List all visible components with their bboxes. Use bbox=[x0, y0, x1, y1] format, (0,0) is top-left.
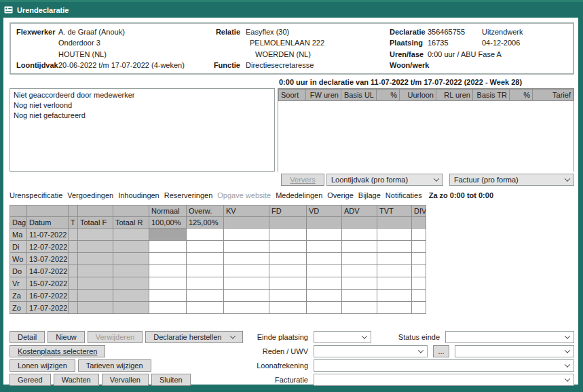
grid-cell[interactable] bbox=[224, 265, 269, 277]
grid-cell[interactable] bbox=[224, 253, 269, 265]
grid-cell[interactable] bbox=[342, 253, 377, 265]
declaratie-number: 356465755 bbox=[428, 26, 482, 37]
grid-cell[interactable] bbox=[269, 290, 307, 302]
kostenplaats-selecteren-button[interactable]: Kostenplaats selecteren bbox=[10, 345, 105, 357]
grid-cell[interactable] bbox=[307, 229, 342, 241]
tab-reserveringen[interactable]: Reserveringen bbox=[164, 191, 213, 199]
grid-cell[interactable] bbox=[224, 241, 269, 253]
grid-cell[interactable] bbox=[224, 277, 269, 290]
grid-cell[interactable] bbox=[307, 253, 342, 265]
grid-cell[interactable] bbox=[269, 265, 307, 277]
grid-cell[interactable] bbox=[377, 241, 412, 253]
titlebar[interactable]: Urendeclaratie bbox=[4, 3, 69, 17]
grid-cell[interactable] bbox=[307, 290, 342, 302]
grid-cell[interactable] bbox=[342, 302, 377, 314]
grid-cell[interactable] bbox=[412, 265, 426, 277]
grid-cell[interactable] bbox=[307, 241, 342, 253]
reden-uwv-more-button[interactable]: ... bbox=[433, 345, 449, 357]
grid-cell[interactable] bbox=[224, 229, 269, 241]
declaratie-herstellen-button[interactable]: Declaratie herstellen bbox=[145, 331, 243, 343]
status-einde-dropdown[interactable] bbox=[445, 331, 574, 343]
grid-cell[interactable] bbox=[149, 302, 187, 314]
grid-cell[interactable] bbox=[269, 277, 307, 290]
grid-cell[interactable] bbox=[342, 290, 377, 302]
day-label: Vr bbox=[10, 277, 27, 290]
grid-cell[interactable] bbox=[412, 241, 426, 253]
grid-cell[interactable] bbox=[412, 253, 426, 265]
sluiten-button[interactable]: Sluiten bbox=[151, 374, 191, 386]
plaatsing-label: Plaatsing bbox=[390, 37, 428, 48]
grid-cell[interactable] bbox=[187, 265, 224, 277]
grid-cell[interactable] bbox=[342, 241, 377, 253]
grid-cell[interactable] bbox=[149, 241, 187, 253]
relatie-info: Relatie Easyflex (30) PELMOLENLAAN 222 W… bbox=[213, 26, 390, 71]
grid-cell[interactable] bbox=[187, 290, 224, 302]
tab-mededelingen[interactable]: Mededelingen bbox=[276, 191, 322, 199]
grid-cell[interactable] bbox=[412, 229, 426, 241]
grid-cell[interactable] bbox=[224, 302, 269, 314]
cell-ma-normaal-selected[interactable] bbox=[149, 229, 187, 241]
facturatie-dropdown[interactable] bbox=[314, 374, 574, 386]
grid-cell[interactable] bbox=[187, 241, 224, 253]
grid-cell[interactable] bbox=[187, 302, 224, 314]
einde-plaatsing-dropdown[interactable] bbox=[314, 331, 371, 343]
grid-cell[interactable] bbox=[224, 290, 269, 302]
grid-cell[interactable] bbox=[377, 253, 412, 265]
tab-vergoedingen[interactable]: Vergoedingen bbox=[67, 191, 113, 199]
grid-cell[interactable] bbox=[307, 277, 342, 290]
grid-cell[interactable] bbox=[269, 302, 307, 314]
loonafrekening-dropdown[interactable] bbox=[314, 359, 574, 372]
factuur-proforma-dropdown[interactable]: Factuur (pro forma) bbox=[449, 174, 574, 186]
grid-cell[interactable] bbox=[307, 302, 342, 314]
tab-inhoudingen[interactable]: Inhoudingen bbox=[118, 191, 159, 199]
tab-overige[interactable]: Overige bbox=[327, 191, 354, 199]
decl-col-basis-ul: Basis UL bbox=[341, 90, 377, 101]
tarieven-wijzigen-button[interactable]: Tarieven wijzigen bbox=[78, 359, 151, 372]
grid-cell[interactable] bbox=[412, 290, 426, 302]
grid-cell[interactable] bbox=[187, 253, 224, 265]
declaration-actions: Ververs Loontijdvak (pro forma) Factuur … bbox=[278, 174, 574, 186]
grid-cell[interactable] bbox=[342, 229, 377, 241]
grid-cell[interactable] bbox=[377, 302, 412, 314]
grid-cell[interactable] bbox=[377, 265, 412, 277]
status-line: Nog niet gefactureerd bbox=[14, 111, 271, 121]
grid-cell[interactable] bbox=[342, 277, 377, 290]
grid-cell[interactable] bbox=[269, 253, 307, 265]
grid-cell[interactable] bbox=[187, 277, 224, 290]
urenspecificatie-grid: Normaal Overw. KV FD VD ADV TVT DIV Dag … bbox=[10, 205, 426, 314]
nieuw-button[interactable]: Nieuw bbox=[48, 331, 85, 343]
lonen-wijzigen-button[interactable]: Lonen wijzigen bbox=[10, 359, 75, 372]
day-label: Wo bbox=[10, 253, 27, 265]
loontijdvak-proforma-dropdown[interactable]: Loontijdvak (pro forma) bbox=[326, 174, 443, 186]
grid-cell[interactable] bbox=[149, 277, 187, 290]
vervallen-button[interactable]: Vervallen bbox=[102, 374, 149, 386]
grid-cell[interactable] bbox=[149, 290, 187, 302]
grid-cell[interactable] bbox=[307, 265, 342, 277]
grid-cell[interactable] bbox=[149, 265, 187, 277]
grid-cell[interactable] bbox=[149, 253, 187, 265]
day-date: 15-07-2022 bbox=[27, 277, 69, 290]
decl-col-uurloon: Uurloon bbox=[400, 90, 436, 101]
gereed-button[interactable]: Gereed bbox=[10, 374, 51, 386]
grid-cell[interactable] bbox=[187, 229, 224, 241]
tab-bijlage[interactable]: Bijlage bbox=[358, 191, 381, 199]
tab-urenspecificatie[interactable]: Urenspecificatie bbox=[10, 191, 62, 199]
reden-uwv-dropdown[interactable] bbox=[314, 345, 428, 357]
detail-button[interactable]: Detail bbox=[10, 331, 45, 343]
grid-cell[interactable] bbox=[269, 229, 307, 241]
pct-overw: 125,00% bbox=[187, 217, 224, 229]
day-label: Zo bbox=[10, 302, 27, 314]
loontijdvak-label: Loontijdvak bbox=[16, 60, 58, 71]
grid-cell[interactable] bbox=[269, 241, 307, 253]
reden-uwv-secondary-dropdown[interactable] bbox=[455, 345, 574, 357]
grid-cell[interactable] bbox=[377, 290, 412, 302]
grid-cell[interactable] bbox=[412, 277, 426, 290]
day-row-di: Di 12-07-2022 bbox=[10, 241, 426, 253]
grid-cell[interactable] bbox=[377, 229, 412, 241]
grid-cell[interactable] bbox=[412, 302, 426, 314]
tab-notificaties[interactable]: Notificaties bbox=[385, 191, 422, 199]
declaratie-herstellen-label: Declaratie herstellen bbox=[153, 333, 221, 341]
grid-cell[interactable] bbox=[377, 277, 412, 290]
grid-cell[interactable] bbox=[342, 265, 377, 277]
wachten-button[interactable]: Wachten bbox=[54, 374, 99, 386]
